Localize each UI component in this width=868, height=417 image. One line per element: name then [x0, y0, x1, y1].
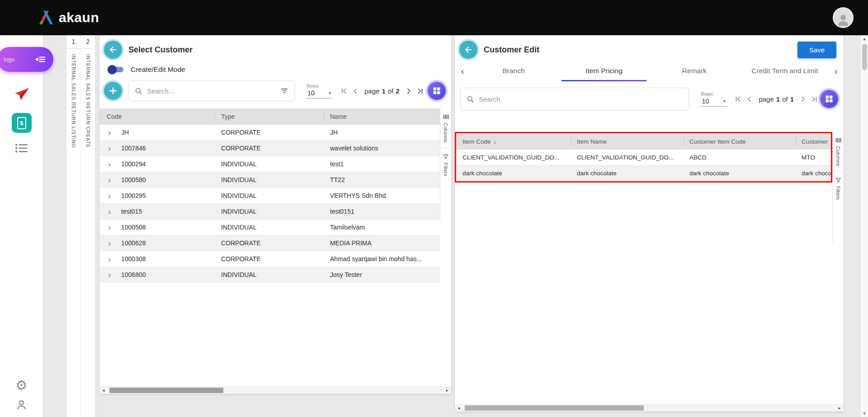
right-horizontal-scrollbar[interactable]: ◄ ►	[455, 404, 844, 412]
cell-item-code: CLIENT_VALIDATION_GUID_DO...	[456, 154, 571, 161]
page-title: Customer Edit	[484, 45, 539, 55]
save-button[interactable]: Save	[797, 42, 836, 58]
last-page-icon	[810, 95, 819, 103]
customer-row[interactable]: › 1000508 INDIVIDUAL Tamilselvam	[99, 220, 440, 235]
columns-toggle[interactable]: Columns	[833, 132, 844, 171]
chevron-right-icon	[404, 87, 413, 95]
row-expand-icon[interactable]: ›	[99, 207, 119, 216]
row-expand-icon[interactable]: ›	[99, 175, 119, 184]
scroll-right-icon[interactable]: ►	[835, 404, 844, 412]
prev-page-button[interactable]	[744, 93, 755, 105]
vertical-tab-listing[interactable]: 1 INTERNAL SALES RETURN LISTING	[66, 35, 81, 417]
next-page-button[interactable]	[403, 85, 414, 97]
scroll-thumb[interactable]	[109, 388, 223, 393]
header-name[interactable]: Name	[324, 108, 440, 125]
customer-row[interactable]: › JH CORPORATE JH	[99, 125, 440, 141]
header-item-name[interactable]: Item Name	[571, 133, 684, 150]
customer-search-input[interactable]	[147, 87, 276, 95]
customer-row[interactable]: › 1000628 CORPORATE MEDIA PRIMA	[99, 235, 440, 251]
scroll-thumb[interactable]	[862, 44, 867, 70]
brand-logo[interactable]: akaun	[38, 10, 99, 25]
left-horizontal-scrollbar[interactable]: ◄ ►	[99, 386, 451, 394]
accounting-app-icon[interactable]: $	[12, 113, 32, 133]
back-button[interactable]	[459, 41, 477, 59]
gear-icon: ⚙	[15, 379, 28, 392]
scroll-track[interactable]	[463, 404, 835, 412]
header-customer[interactable]: Customer	[796, 133, 831, 150]
scroll-up-icon[interactable]: ▲	[861, 35, 868, 42]
customer-row[interactable]: › 1000580 INDIVIDUAL TT22	[99, 172, 440, 188]
cell-name: MEDIA PRIMA	[324, 239, 440, 247]
scroll-left-icon[interactable]: ◄	[455, 404, 463, 412]
prev-page-button[interactable]	[350, 85, 361, 97]
tab-item-pricing[interactable]: Item Pricing	[559, 61, 649, 81]
brand-name: akaun	[59, 10, 99, 25]
scroll-thumb[interactable]	[465, 405, 644, 411]
customer-row[interactable]: › 1006800 INDIVIDUAL Josy Tester	[99, 267, 440, 283]
tabs-scroll-left-icon[interactable]: ‹	[457, 61, 468, 81]
scroll-right-icon[interactable]: ►	[443, 387, 451, 394]
row-expand-icon[interactable]: ›	[99, 239, 119, 248]
cell-name: Ahmad syarqawi bin mohd has...	[324, 255, 440, 262]
tab-branch[interactable]: Branch	[468, 61, 559, 81]
cell-item-name: CLIENT_VALIDATION_GUID_DO...	[571, 154, 684, 161]
next-page-button[interactable]	[797, 93, 808, 105]
last-page-button[interactable]	[415, 85, 426, 97]
caret-down-icon: ▼	[723, 99, 726, 103]
sidebar: logo $	[0, 35, 43, 417]
vertical-tab-create[interactable]: 2 INTERNAL SALES RETURN CREATE	[81, 35, 95, 417]
customer-row[interactable]: › 1000308 CORPORATE Ahmad syarqawi bin m…	[99, 251, 440, 267]
customer-row[interactable]: › test015 INDIVIDUAL test0151	[99, 204, 440, 220]
listing-menu-icon[interactable]	[15, 143, 28, 154]
page-indicator: page1of1	[759, 95, 794, 103]
settings-button[interactable]: ⚙	[15, 379, 28, 392]
profile-button[interactable]	[15, 398, 28, 411]
create-edit-toggle[interactable]	[108, 65, 125, 74]
sort-desc-icon[interactable]: ↓	[493, 138, 496, 145]
item-pricing-row[interactable]: dark chocolate dark chocolate dark choco…	[456, 165, 831, 181]
scroll-track[interactable]	[108, 387, 443, 394]
user-avatar[interactable]	[833, 7, 854, 28]
tabs-scroll-right-icon[interactable]: ›	[830, 61, 842, 81]
back-button[interactable]	[104, 41, 122, 59]
rows-per-page-select[interactable]: Rows 10 ▼	[307, 83, 333, 98]
grid-view-button[interactable]	[820, 90, 838, 108]
scroll-down-icon[interactable]: ▼	[861, 410, 868, 417]
row-expand-icon[interactable]: ›	[99, 270, 119, 279]
filters-toggle[interactable]: Filters	[440, 148, 451, 182]
row-expand-icon[interactable]: ›	[99, 223, 119, 232]
first-page-button[interactable]	[732, 93, 744, 105]
rows-per-page-select[interactable]: Rows 10 ▼	[701, 91, 727, 107]
cell-type: INDIVIDUAL	[215, 176, 324, 183]
customer-row[interactable]: › 1000295 INDIVIDUAL VERTHYS Sdn Bhd	[99, 188, 440, 204]
last-page-icon	[416, 87, 425, 95]
first-page-button[interactable]	[338, 85, 349, 97]
row-expand-icon[interactable]: ›	[99, 254, 119, 263]
customer-row[interactable]: › 1000294 INDIVIDUAL test1	[99, 156, 440, 172]
item-pricing-row[interactable]: CLIENT_VALIDATION_GUID_DO... CLIENT_VALI…	[456, 150, 831, 165]
row-expand-icon[interactable]: ›	[99, 128, 119, 137]
customer-row-selected[interactable]: › 1007846 CORPORATE wavelet solutions	[99, 141, 440, 156]
pos-app-icon[interactable]	[13, 86, 30, 103]
grid-view-button[interactable]	[428, 82, 446, 100]
last-page-button[interactable]	[809, 93, 820, 105]
row-expand-icon[interactable]: ›	[99, 159, 119, 169]
item-search-input[interactable]	[479, 95, 683, 103]
header-customer-item-code[interactable]: Customer Item Code	[684, 133, 796, 150]
filter-list-icon[interactable]	[280, 86, 289, 95]
row-expand-icon[interactable]: ›	[99, 191, 119, 200]
tab-credit-term-and-limit[interactable]: Credit Term and Limit	[740, 61, 830, 81]
header-code[interactable]: Code	[99, 108, 215, 125]
page-vertical-scrollbar[interactable]: ▲ ▼	[860, 35, 868, 417]
filters-toggle[interactable]: Filters	[833, 171, 844, 205]
tab-remark[interactable]: Remark	[649, 61, 740, 81]
header-type[interactable]: Type	[215, 108, 324, 125]
add-customer-button[interactable]	[104, 82, 122, 100]
header-item-code[interactable]: Item Code ↓	[456, 133, 571, 150]
row-expand-icon[interactable]: ›	[99, 144, 119, 153]
search-icon	[134, 87, 143, 95]
columns-toggle[interactable]: Columns	[440, 108, 451, 148]
scroll-left-icon[interactable]: ◄	[99, 387, 108, 394]
table-side-strip: Columns Filters	[440, 108, 451, 221]
sidebar-logo-pill[interactable]: logo	[0, 47, 53, 72]
